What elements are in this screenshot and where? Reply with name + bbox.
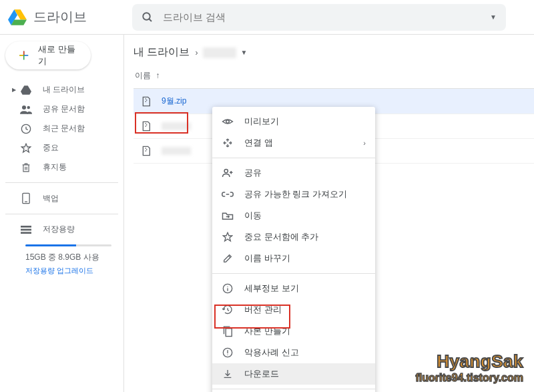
svg-rect-2 [23,51,25,55]
menu-report[interactable]: 악용사례 신고 [212,342,375,363]
breadcrumb-dropdown-icon[interactable]: ▼ [240,49,247,56]
svg-point-13 [224,169,228,172]
menu-share[interactable]: 공유 [212,162,375,184]
history-icon [222,304,234,316]
person-add-icon [222,167,234,179]
search-options-icon[interactable]: ▼ [490,13,497,21]
svg-rect-11 [21,232,31,234]
chevron-right-icon: › [195,48,198,57]
menu-download[interactable]: 다운로드 [212,363,375,385]
app-name: 드라이브 [33,8,87,26]
menu-get-link[interactable]: 공유 가능한 링크 가져오기 [212,184,375,205]
sort-arrow-icon: ↑ [156,71,160,80]
column-header-name[interactable]: 이름 ↑ [134,63,534,89]
svg-point-12 [226,120,230,124]
backup-icon [20,192,32,204]
header: 드라이브 ▼ [0,0,534,35]
logo[interactable]: 드라이브 [8,8,132,26]
storage-icon [20,226,32,234]
nav-label: 휴지통 [43,162,67,173]
menu-divider [212,273,375,274]
sidebar-item-mydrive[interactable]: ▶ 내 드라이브 [5,80,123,100]
sidebar-item-shared[interactable]: 공유 문서함 [5,100,123,119]
context-menu: 미리보기 연결 앱 › 공유 공유 가능한 링크 가져오기 이동 중요 문서함에… [212,107,375,392]
watermark: HyangSak fluorite94.tistory.com [415,351,523,384]
breadcrumb: 내 드라이브 › ▼ [134,41,534,63]
divider [5,182,118,183]
svg-rect-3 [19,55,23,56]
menu-copy[interactable]: 사본 만들기 [212,321,375,342]
search-bar[interactable]: ▼ [132,4,506,31]
nav-label: 백업 [43,193,59,204]
clock-icon [20,124,32,134]
star-icon [222,231,234,243]
drive-logo-icon [8,9,27,25]
svg-point-6 [27,106,31,109]
storage-fill [25,244,76,246]
search-icon [142,11,154,23]
sidebar-item-storage[interactable]: 저장용량 [5,220,123,239]
zip-file-icon [142,96,152,107]
storage-upgrade-link[interactable]: 저장용량 업그레이드 [25,266,123,276]
download-icon [222,368,234,380]
file-name-blurred [162,147,191,155]
new-button-label: 새로 만들기 [38,43,79,67]
menu-versions[interactable]: 버전 관리 [212,299,375,321]
svg-rect-9 [21,226,31,228]
eye-icon [222,116,234,128]
menu-divider [212,389,375,389]
copy-icon [222,325,234,337]
sidebar-item-starred[interactable]: 중요 [5,138,123,158]
info-icon [222,282,234,295]
svg-line-1 [149,19,152,21]
breadcrumb-root[interactable]: 내 드라이브 [134,45,190,59]
divider [5,214,118,214]
menu-details[interactable]: 세부정보 보기 [212,278,375,299]
nav-label: 내 드라이브 [43,84,85,95]
file-name-blurred [162,122,191,130]
menu-move[interactable]: 이동 [212,205,375,226]
sidebar-item-recent[interactable]: 최근 문서함 [5,119,123,138]
expand-icon[interactable]: ▶ [12,87,20,93]
menu-add-star[interactable]: 중요 문서함에 추가 [212,226,375,248]
svg-point-5 [22,106,26,110]
menu-divider [212,158,375,158]
svg-rect-15 [226,329,232,337]
sidebar: 새로 만들기 ▶ 내 드라이브 공유 문서함 최근 문서함 중요 휴지통 [0,35,124,392]
zip-file-icon [142,121,152,132]
nav-label: 중요 [43,142,59,154]
sidebar-item-backup[interactable]: 백업 [5,188,123,208]
chevron-right-icon: › [363,139,366,147]
breadcrumb-folder-blurred[interactable] [203,47,236,58]
storage-usage-text: 15GB 중 8.9GB 사용 [25,252,123,263]
link-icon [222,188,234,200]
nav-label: 저장용량 [43,224,75,235]
nav-label: 최근 문서함 [43,123,85,134]
star-icon [20,143,32,154]
move-icon [222,210,234,222]
search-input[interactable] [163,11,490,23]
menu-preview[interactable]: 미리보기 [212,111,375,132]
trash-icon [20,162,32,173]
pencil-icon [222,252,234,264]
file-name: 9월.zip [162,95,186,107]
menu-rename[interactable]: 이름 바꾸기 [212,248,375,269]
drive-icon [20,85,32,95]
report-icon [222,347,234,359]
svg-point-0 [143,13,150,20]
zip-file-icon [142,146,152,156]
plus-icon [17,48,30,63]
watermark-url: fluorite94.tistory.com [415,372,523,384]
shared-icon [20,105,32,114]
svg-rect-10 [21,228,31,230]
storage-bar [25,244,111,246]
sidebar-item-trash[interactable]: 휴지통 [5,158,123,177]
new-button[interactable]: 새로 만들기 [5,41,91,69]
watermark-title: HyangSak [415,351,523,372]
open-with-icon [222,137,234,149]
svg-rect-4 [25,55,29,56]
menu-open-with[interactable]: 연결 앱 › [212,132,375,154]
nav-label: 공유 문서함 [43,104,85,115]
